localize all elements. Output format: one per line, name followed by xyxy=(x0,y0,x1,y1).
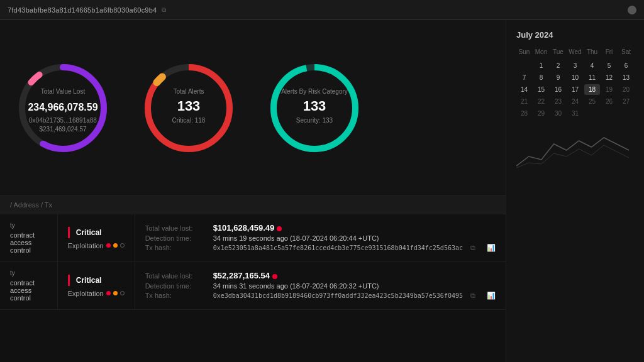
alert-name-2: contract access control xyxy=(10,279,47,302)
mini-chart xyxy=(516,131,634,171)
calendar-day: 26 xyxy=(601,96,617,107)
gauge-total-alerts: Total Alerts 133 Critical: 118 xyxy=(138,58,239,158)
label-detection-time-2: Detection time: xyxy=(145,282,208,290)
day-tue: Tue xyxy=(550,47,566,57)
metrics-panel: Total Value Lost 234,966,078.59 0x04b217… xyxy=(0,20,506,362)
alert-right-1: Total value lost: $101,628,459.49 Detect… xyxy=(135,214,506,261)
alert-detection-time-1: 34 mins 19 seconds ago (18-07-2024 06:20… xyxy=(213,234,379,242)
day-mon: Mon xyxy=(533,47,549,57)
calendar-day[interactable]: 14 xyxy=(516,84,532,95)
alert-right-2: Total value lost: $52,287,165.54 Detecti… xyxy=(135,262,506,309)
calendar-day[interactable]: 1 xyxy=(533,60,549,71)
calendar-day[interactable]: 7 xyxy=(516,72,532,83)
alert-name-1: contract access control xyxy=(10,231,47,254)
copy-hash-icon-1[interactable]: ⧉ xyxy=(470,244,479,253)
day-sat: Sat xyxy=(618,47,634,57)
calendar-day[interactable]: 16 xyxy=(550,84,566,95)
calendar-day[interactable]: 6 xyxy=(618,60,634,71)
calendar-day: 25 xyxy=(584,96,600,107)
calendar-day[interactable]: 2 xyxy=(550,60,566,71)
calendar-day-names: Sun Mon Tue Wed Thu Fri Sat xyxy=(516,47,634,57)
alert-detection-time-2: 34 mins 31 seconds ago (18-07-2024 06:20… xyxy=(213,282,379,290)
chart-icon-2[interactable]: 📊 xyxy=(487,292,496,300)
label-total-value-2: Total value lost: xyxy=(145,272,208,280)
alert-time-field-2: Detection time: 34 mins 31 seconds ago (… xyxy=(145,282,496,290)
label-total-value: Total value lost: xyxy=(145,224,208,232)
day-sun: Sun xyxy=(516,47,532,57)
alert-total-value-1: $101,628,459.49 xyxy=(213,223,282,233)
gauge-tvl-label: Total Value Lost xyxy=(13,88,113,95)
gauge-tvl-sub1: 0x04b21735...16891a88 xyxy=(13,117,113,124)
gauge-alerts-label: Total Alerts xyxy=(138,88,239,95)
calendar-day: 31 xyxy=(567,108,583,119)
alert-tx-hash-1: 0x1e523051a8a481c5a57fe8261cced4cb3e775c… xyxy=(213,244,463,251)
calendar-day: 30 xyxy=(550,108,566,119)
calendar-day: 29 xyxy=(533,108,549,119)
alert-left-1: ty contract access control xyxy=(0,214,58,261)
gauge-total-value: Total Value Lost 234,966,078.59 0x04b217… xyxy=(13,58,113,158)
copy-hash-icon-2[interactable]: ⧉ xyxy=(470,292,479,300)
red-dot-2 xyxy=(272,274,277,279)
label-detection-time: Detection time: xyxy=(145,234,208,242)
calendar-day: 28 xyxy=(516,108,532,119)
calendar-day: 19 xyxy=(601,84,617,95)
top-bar: 7fd43babfbe83a81d14665b1a6fb8030a60c9b4 … xyxy=(0,0,644,20)
alert-row-2: ty contract access control Critical Expl… xyxy=(0,262,506,310)
calendar-panel: July 2024 Sun Mon Tue Wed Thu Fri Sat 12… xyxy=(506,20,644,362)
status-circle xyxy=(628,6,636,14)
gauge-risk-sub: Security: 133 xyxy=(264,117,365,124)
copy-icon[interactable]: ⧉ xyxy=(162,6,166,14)
alert-row: ty contract access control Critical Expl… xyxy=(0,214,506,262)
dot-red-1 xyxy=(106,243,111,248)
alert-center-1: Critical Exploitation xyxy=(58,214,135,261)
gauge-risk-value: 133 xyxy=(264,98,365,114)
alert-type-2: ty xyxy=(10,270,47,277)
chart-icon-1[interactable]: 📊 xyxy=(487,244,496,253)
alert-hash-field-1: Tx hash: 0x1e523051a8a481c5a57fe8261cced… xyxy=(145,244,496,253)
calendar-day[interactable]: 4 xyxy=(584,60,600,71)
alert-type-1: ty xyxy=(10,222,47,229)
gauge-tvl-sub2: $231,469,024.57 xyxy=(13,126,113,133)
calendar-day[interactable]: 18 xyxy=(584,84,600,95)
gauge-risk-label: Alerts By Risk Category xyxy=(264,88,365,95)
alert-time-field-1: Detection time: 34 mins 19 seconds ago (… xyxy=(145,234,496,242)
gauge-row: Total Value Lost 234,966,078.59 0x04b217… xyxy=(0,20,506,196)
calendar-day[interactable]: 8 xyxy=(533,72,549,83)
calendar-day[interactable]: 5 xyxy=(601,60,617,71)
alert-total-value-2: $52,287,165.54 xyxy=(213,271,277,280)
alert-value-field-1: Total value lost: $101,628,459.49 xyxy=(145,223,496,233)
alert-hash-field-2: Tx hash: 0xe3dba30431bcd1d8b9189460cb973… xyxy=(145,292,496,300)
day-fri: Fri xyxy=(601,47,617,57)
gauge-risk-category: Alerts By Risk Category 133 Security: 13… xyxy=(264,58,365,158)
alerts-list: ty contract access control Critical Expl… xyxy=(0,214,506,362)
alert-center-2: Critical Exploitation xyxy=(58,262,135,309)
alert-left-2: ty contract access control xyxy=(0,262,58,309)
dot-outline-2 xyxy=(120,291,125,295)
calendar-day: 23 xyxy=(550,96,566,107)
main-layout: Total Value Lost 234,966,078.59 0x04b217… xyxy=(0,20,644,362)
exploit-label-2: Exploitation xyxy=(68,290,125,297)
exploit-label-1: Exploitation xyxy=(68,242,125,250)
alert-value-field-2: Total value lost: $52,287,165.54 xyxy=(145,271,496,280)
dot-outline-1 xyxy=(120,243,125,248)
calendar-day: 24 xyxy=(567,96,583,107)
severity-badge-2: Critical xyxy=(68,275,125,286)
calendar-day[interactable]: 11 xyxy=(584,72,600,83)
address-title: 7fd43babfbe83a81d14665b1a6fb8030a60c9b4 xyxy=(8,6,157,14)
calendar-day: 20 xyxy=(618,84,634,95)
calendar-day[interactable]: 12 xyxy=(601,72,617,83)
calendar-day[interactable]: 17 xyxy=(567,84,583,95)
label-tx-hash-2: Tx hash: xyxy=(145,292,208,299)
calendar-day[interactable]: 3 xyxy=(567,60,583,71)
dot-orange-2 xyxy=(113,291,118,295)
calendar-day: 27 xyxy=(618,96,634,107)
calendar-day[interactable]: 9 xyxy=(550,72,566,83)
calendar-day[interactable]: 10 xyxy=(567,72,583,83)
calendar-day[interactable]: 13 xyxy=(618,72,634,83)
breadcrumb: / Address / Tx xyxy=(0,196,506,214)
gauge-alerts-value: 133 xyxy=(138,98,239,114)
alert-tx-hash-2: 0xe3dba30431bcd1d8b9189460cb973ff0addf33… xyxy=(213,292,463,299)
calendar-day: 21 xyxy=(516,96,532,107)
calendar-day[interactable]: 15 xyxy=(533,84,549,95)
calendar-day: 22 xyxy=(533,96,549,107)
